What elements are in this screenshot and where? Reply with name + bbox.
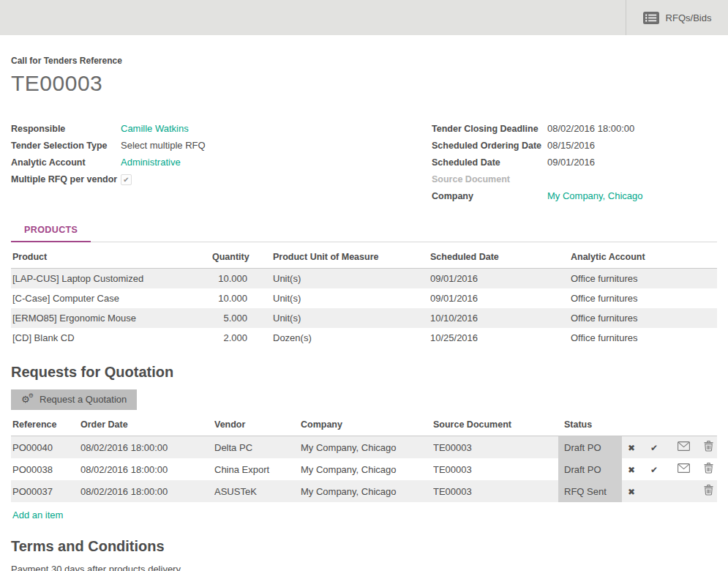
request-quotation-label: Request a Quotation xyxy=(40,394,127,405)
uom-cell: Unit(s) xyxy=(258,269,430,289)
product-cell: [ERMO85] Ergonomic Mouse xyxy=(11,308,212,328)
multiple-rfq-checkbox[interactable]: ✔ xyxy=(121,174,132,185)
quantity-cell: 2.000 xyxy=(212,328,258,348)
rfq-section-title: Requests for Quotation xyxy=(11,364,717,381)
cancel-icon[interactable]: ✖ xyxy=(628,465,635,475)
trash-icon[interactable] xyxy=(704,441,713,452)
rfq-row[interactable]: PO00040 08/02/2016 18:00:00 Delta PC My … xyxy=(11,436,717,459)
reference-cell: PO00038 xyxy=(11,458,80,480)
company-label: Company xyxy=(432,190,547,202)
scheduled-date-value: 09/01/2016 xyxy=(547,157,595,168)
form-sheet: Call for Tenders Reference TE00003 Respo… xyxy=(0,56,728,571)
rfq-header-source-document[interactable]: Source Document xyxy=(433,417,558,436)
source-document-cell: TE00003 xyxy=(433,480,558,502)
products-table: Product Quantity Product Unit of Measure… xyxy=(11,249,717,348)
rfq-header-row: Reference Order Date Vendor Company Sour… xyxy=(11,417,717,436)
status-badge: RFQ Sent xyxy=(558,480,622,502)
reference-field-label: Call for Tenders Reference xyxy=(11,56,717,66)
tab-products[interactable]: PRODUCTS xyxy=(11,225,91,242)
rfq-row[interactable]: PO00038 08/02/2016 18:00:00 China Export… xyxy=(11,458,717,480)
reference-cell: PO00037 xyxy=(11,480,80,502)
company-cell: My Company, Chicago xyxy=(301,458,433,480)
page-title: TE00003 xyxy=(11,71,717,96)
rfq-header-order-date[interactable]: Order Date xyxy=(80,417,214,436)
rfq-header-vendor[interactable]: Vendor xyxy=(214,417,301,436)
uom-cell: Unit(s) xyxy=(258,308,430,328)
products-header-quantity[interactable]: Quantity xyxy=(212,249,258,269)
trash-icon[interactable] xyxy=(704,463,713,474)
confirm-icon[interactable]: ✔ xyxy=(650,443,658,453)
analytic-account-cell: Office furnitures xyxy=(571,269,717,289)
products-header-analytic-account[interactable]: Analytic Account xyxy=(571,249,717,269)
add-an-item-link[interactable]: Add an item xyxy=(12,510,63,520)
status-badge: Draft PO xyxy=(558,458,622,480)
cancel-icon[interactable]: ✖ xyxy=(628,487,635,497)
analytic-account-cell: Office furnitures xyxy=(571,288,717,308)
scheduled-ordering-date-label: Scheduled Ordering Date xyxy=(432,140,547,152)
rfq-header-actions xyxy=(641,417,667,436)
rfq-table: Reference Order Date Vendor Company Sour… xyxy=(11,417,717,502)
quantity-cell: 10.000 xyxy=(212,288,258,308)
trash-icon[interactable] xyxy=(704,485,713,496)
cogs-icon: ⚙ ⚙ xyxy=(21,394,34,405)
status-badge: Draft PO xyxy=(558,436,622,459)
field-tender-selection-type: Tender Selection Type Select multiple RF… xyxy=(11,140,359,152)
products-header-scheduled-date[interactable]: Scheduled Date xyxy=(430,249,571,269)
checkmark-icon: ✔ xyxy=(123,176,129,184)
terms-body: Payment 30 days after products delivery. xyxy=(11,564,717,571)
scheduled-date-cell: 10/10/2016 xyxy=(430,308,571,328)
field-analytic-account: Analytic Account Administrative xyxy=(11,157,359,168)
quantity-cell: 5.000 xyxy=(212,308,258,328)
vendor-cell: China Export xyxy=(214,458,301,480)
products-header-uom[interactable]: Product Unit of Measure xyxy=(258,249,430,269)
vendor-cell: Delta PC xyxy=(214,436,301,459)
analytic-account-label: Analytic Account xyxy=(11,157,121,168)
list-alt-icon xyxy=(643,12,659,24)
product-row[interactable]: [LAP-CUS] Laptop Customized 10.000 Unit(… xyxy=(11,269,717,289)
products-header-product[interactable]: Product xyxy=(11,249,212,269)
products-header-row: Product Quantity Product Unit of Measure… xyxy=(11,249,717,269)
email-icon[interactable] xyxy=(678,441,690,451)
uom-cell: Dozen(s) xyxy=(258,328,430,348)
tender-closing-deadline-value: 08/02/2016 18:00:00 xyxy=(547,123,634,135)
rfq-header-reference[interactable]: Reference xyxy=(11,417,80,436)
rfq-header-company[interactable]: Company xyxy=(301,417,433,436)
product-row[interactable]: [CD] Blank CD 2.000 Dozen(s) 10/25/2016 … xyxy=(11,328,717,348)
rfqs-bids-button[interactable]: RFQs/Bids xyxy=(626,0,728,35)
uom-cell: Unit(s) xyxy=(258,288,430,308)
confirm-icon[interactable]: ✔ xyxy=(650,465,658,475)
field-multiple-rfq: Multiple RFQ per vendor ✔ xyxy=(11,173,359,185)
rfq-header-actions xyxy=(622,417,641,436)
field-tender-closing-deadline: Tender Closing Deadline 08/02/2016 18:00… xyxy=(432,123,717,135)
terms-section-title: Terms and Conditions xyxy=(11,538,717,555)
responsible-link[interactable]: Camille Watkins xyxy=(121,123,189,135)
scheduled-date-cell: 10/25/2016 xyxy=(430,328,571,348)
analytic-account-link[interactable]: Administrative xyxy=(121,157,181,168)
scheduled-date-label: Scheduled Date xyxy=(432,157,547,168)
request-quotation-button[interactable]: ⚙ ⚙ Request a Quotation xyxy=(11,389,137,410)
product-cell: [C-Case] Computer Case xyxy=(11,288,212,308)
order-date-cell: 08/02/2016 18:00:00 xyxy=(80,458,214,480)
field-groups: Responsible Camille Watkins Tender Selec… xyxy=(11,123,717,207)
field-scheduled-ordering-date: Scheduled Ordering Date 08/15/2016 xyxy=(432,140,717,152)
product-row[interactable]: [C-Case] Computer Case 10.000 Unit(s) 09… xyxy=(11,288,717,308)
tender-selection-type-label: Tender Selection Type xyxy=(11,140,121,152)
rfqs-bids-label: RFQs/Bids xyxy=(666,12,712,23)
scheduled-ordering-date-value: 08/15/2016 xyxy=(547,140,595,152)
product-row[interactable]: [ERMO85] Ergonomic Mouse 5.000 Unit(s) 1… xyxy=(11,308,717,328)
field-group-right: Tender Closing Deadline 08/02/2016 18:00… xyxy=(432,123,717,207)
company-cell: My Company, Chicago xyxy=(301,436,433,459)
company-link[interactable]: My Company, Chicago xyxy=(547,190,643,202)
quantity-cell: 10.000 xyxy=(212,269,258,289)
company-cell: My Company, Chicago xyxy=(301,480,433,502)
cancel-icon[interactable]: ✖ xyxy=(628,443,635,453)
field-responsible: Responsible Camille Watkins xyxy=(11,123,359,135)
rfq-header-status[interactable]: Status xyxy=(558,417,622,436)
source-document-cell: TE00003 xyxy=(433,458,558,480)
product-cell: [LAP-CUS] Laptop Customized xyxy=(11,269,212,289)
email-icon[interactable] xyxy=(678,463,690,473)
tender-closing-deadline-label: Tender Closing Deadline xyxy=(432,123,547,135)
rfq-row[interactable]: PO00037 08/02/2016 18:00:00 ASUSTeK My C… xyxy=(11,480,717,502)
field-source-document: Source Document xyxy=(432,173,717,185)
analytic-account-cell: Office furnitures xyxy=(571,308,717,328)
